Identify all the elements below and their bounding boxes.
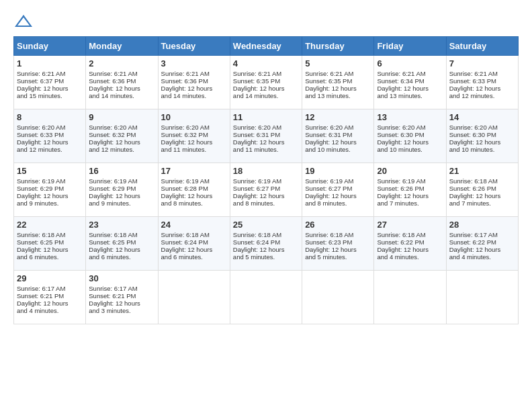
calendar-cell: 2Sunrise: 6:21 AMSunset: 6:36 PMDaylight… bbox=[86, 56, 158, 109]
calendar-cell bbox=[446, 271, 518, 324]
header-saturday: Saturday bbox=[446, 37, 518, 56]
calendar-cell: 13Sunrise: 6:20 AMSunset: 6:30 PMDayligh… bbox=[374, 109, 446, 163]
calendar-cell bbox=[302, 271, 374, 324]
calendar-cell: 12Sunrise: 6:20 AMSunset: 6:31 PMDayligh… bbox=[302, 109, 374, 163]
calendar-cell: 21Sunrise: 6:18 AMSunset: 6:26 PMDayligh… bbox=[446, 163, 518, 217]
calendar-table: SundayMondayTuesdayWednesdayThursdayFrid… bbox=[13, 36, 519, 324]
calendar-cell: 3Sunrise: 6:21 AMSunset: 6:36 PMDaylight… bbox=[158, 56, 230, 109]
header-friday: Friday bbox=[374, 37, 446, 56]
calendar-cell: 30Sunrise: 6:17 AMSunset: 6:21 PMDayligh… bbox=[86, 271, 158, 324]
header-sunday: Sunday bbox=[14, 37, 86, 56]
calendar-cell: 27Sunrise: 6:18 AMSunset: 6:22 PMDayligh… bbox=[374, 217, 446, 271]
header-monday: Monday bbox=[86, 37, 158, 56]
calendar-cell: 11Sunrise: 6:20 AMSunset: 6:31 PMDayligh… bbox=[230, 109, 302, 163]
calendar-cell: 17Sunrise: 6:19 AMSunset: 6:28 PMDayligh… bbox=[158, 163, 230, 217]
calendar-cell bbox=[374, 271, 446, 324]
calendar-cell: 24Sunrise: 6:18 AMSunset: 6:24 PMDayligh… bbox=[158, 217, 230, 271]
header-wednesday: Wednesday bbox=[230, 37, 302, 56]
calendar-cell: 9Sunrise: 6:20 AMSunset: 6:32 PMDaylight… bbox=[86, 109, 158, 163]
calendar-cell: 26Sunrise: 6:18 AMSunset: 6:23 PMDayligh… bbox=[302, 217, 374, 271]
calendar-cell: 23Sunrise: 6:18 AMSunset: 6:25 PMDayligh… bbox=[86, 217, 158, 271]
header-thursday: Thursday bbox=[302, 37, 374, 56]
calendar-cell: 22Sunrise: 6:18 AMSunset: 6:25 PMDayligh… bbox=[14, 217, 86, 271]
logo bbox=[13, 13, 36, 30]
header-tuesday: Tuesday bbox=[158, 37, 230, 56]
calendar-cell: 18Sunrise: 6:19 AMSunset: 6:27 PMDayligh… bbox=[230, 163, 302, 217]
page-header bbox=[13, 13, 519, 30]
calendar-cell: 1Sunrise: 6:21 AMSunset: 6:37 PMDaylight… bbox=[14, 56, 86, 109]
calendar-cell: 8Sunrise: 6:20 AMSunset: 6:33 PMDaylight… bbox=[14, 109, 86, 163]
calendar-cell: 4Sunrise: 6:21 AMSunset: 6:35 PMDaylight… bbox=[230, 56, 302, 109]
calendar-header-row: SundayMondayTuesdayWednesdayThursdayFrid… bbox=[14, 37, 519, 56]
calendar-cell bbox=[158, 271, 230, 324]
calendar-cell: 16Sunrise: 6:19 AMSunset: 6:29 PMDayligh… bbox=[86, 163, 158, 217]
calendar-cell: 29Sunrise: 6:17 AMSunset: 6:21 PMDayligh… bbox=[14, 271, 86, 324]
calendar-cell: 10Sunrise: 6:20 AMSunset: 6:32 PMDayligh… bbox=[158, 109, 230, 163]
calendar-cell: 15Sunrise: 6:19 AMSunset: 6:29 PMDayligh… bbox=[14, 163, 86, 217]
calendar-cell: 25Sunrise: 6:18 AMSunset: 6:24 PMDayligh… bbox=[230, 217, 302, 271]
calendar-cell: 6Sunrise: 6:21 AMSunset: 6:34 PMDaylight… bbox=[374, 56, 446, 109]
calendar-cell: 14Sunrise: 6:20 AMSunset: 6:30 PMDayligh… bbox=[446, 109, 518, 163]
calendar-cell: 5Sunrise: 6:21 AMSunset: 6:35 PMDaylight… bbox=[302, 56, 374, 109]
calendar-cell bbox=[230, 271, 302, 324]
calendar-cell: 28Sunrise: 6:17 AMSunset: 6:22 PMDayligh… bbox=[446, 217, 518, 271]
calendar-cell: 20Sunrise: 6:19 AMSunset: 6:26 PMDayligh… bbox=[374, 163, 446, 217]
calendar-cell: 19Sunrise: 6:19 AMSunset: 6:27 PMDayligh… bbox=[302, 163, 374, 217]
calendar-cell: 7Sunrise: 6:21 AMSunset: 6:33 PMDaylight… bbox=[446, 56, 518, 109]
logo-icon bbox=[13, 13, 34, 30]
